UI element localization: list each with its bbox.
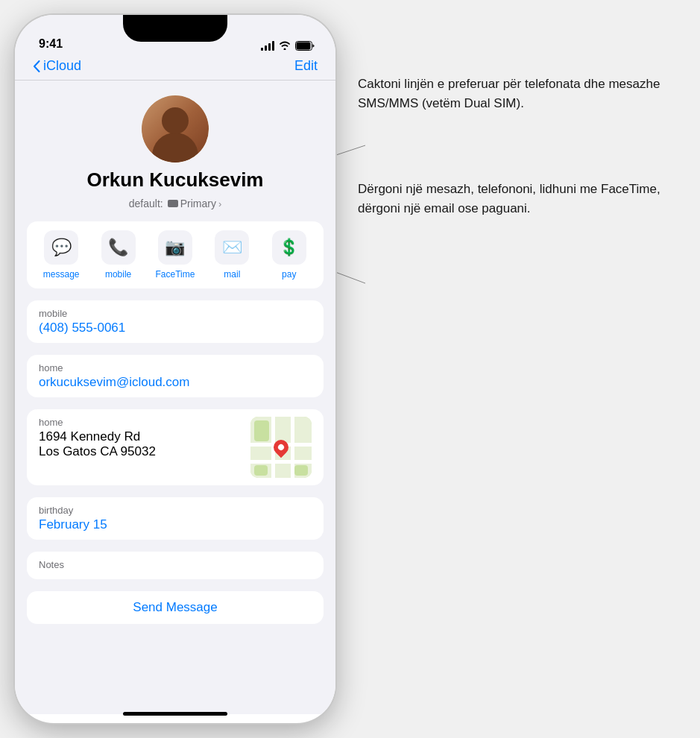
edit-button[interactable]: Edit [294, 58, 318, 74]
birthday-label: birthday [39, 505, 312, 516]
contact-content: Orkun Kucuksevim default: Primary › 💬 me… [15, 81, 335, 714]
svg-rect-4 [297, 42, 311, 49]
back-label: iCloud [43, 58, 81, 74]
send-message-button[interactable]: Send Message [133, 600, 217, 614]
svg-line-1 [335, 272, 365, 283]
wifi-icon [279, 41, 291, 50]
address-line1: 1694 Kennedy Rd [39, 429, 242, 444]
email-value[interactable]: orkucuksevim@icloud.com [39, 375, 312, 390]
phone-value[interactable]: (408) 555-0061 [39, 321, 312, 335]
address-section: home 1694 Kennedy Rd Los Gatos CA 95032 [27, 409, 324, 485]
facetime-button[interactable]: 📷 FaceTime [153, 230, 198, 280]
chevron-right-icon: › [218, 198, 221, 209]
birthday-section: birthday February 15 [27, 497, 324, 540]
annotation-bottom: Dërgoni një mesazh, telefononi, lidhuni … [358, 180, 678, 218]
contact-default-line: default: Primary › [129, 198, 222, 209]
address-text: home 1694 Kennedy Rd Los Gatos CA 95032 [39, 417, 242, 459]
birthday-row[interactable]: birthday February 15 [27, 497, 324, 540]
contact-header: Orkun Kucuksevim default: Primary › [15, 81, 335, 221]
address-label: home [39, 417, 242, 428]
notes-row: Notes [27, 552, 324, 579]
notes-section: Notes [27, 552, 324, 579]
default-value: Primary [180, 198, 216, 209]
email-label: home [39, 362, 312, 373]
default-label: default: [129, 198, 163, 209]
address-row[interactable]: home 1694 Kennedy Rd Los Gatos CA 95032 [27, 409, 324, 485]
bottom-action-section[interactable]: Send Message [27, 591, 324, 624]
sim-icon [168, 200, 178, 207]
map-thumbnail[interactable] [250, 417, 312, 478]
facetime-icon: 📷 [158, 230, 192, 265]
status-icons [261, 40, 315, 51]
mobile-label: mobile [105, 269, 131, 280]
mail-label: mail [224, 269, 240, 280]
home-indicator [123, 712, 227, 716]
message-button[interactable]: 💬 message [39, 230, 83, 280]
phone-row[interactable]: mobile (408) 555-0061 [27, 300, 324, 343]
contact-name: Orkun Kucuksevim [87, 168, 264, 192]
message-icon: 💬 [44, 230, 78, 265]
back-button[interactable]: iCloud [33, 58, 81, 74]
phone-label: mobile [39, 308, 312, 319]
phone-device: 9:41 [15, 15, 335, 723]
pay-icon: 💲 [272, 230, 306, 265]
address-line2: Los Gatos CA 95032 [39, 444, 242, 459]
email-section: home orkucuksevim@icloud.com [27, 355, 324, 397]
status-time: 9:41 [36, 37, 63, 51]
pay-button[interactable]: 💲 pay [267, 230, 312, 280]
phone-notch [123, 15, 227, 42]
annotation-top-text: Caktoni linjën e preferuar për telefonat… [358, 75, 678, 113]
facetime-label: FaceTime [156, 269, 195, 280]
annotations: Caktoni linjën e preferuar për telefonat… [358, 75, 678, 255]
email-row[interactable]: home orkucuksevim@icloud.com [27, 355, 324, 397]
default-badge[interactable]: Primary › [168, 198, 222, 209]
pay-label: pay [282, 269, 296, 280]
phone-section: mobile (408) 555-0061 [27, 300, 324, 343]
annotation-top: Caktoni linjën e preferuar për telefonat… [358, 75, 678, 113]
birthday-value[interactable]: February 15 [39, 517, 312, 532]
battery-icon [295, 41, 315, 51]
action-buttons-row: 💬 message 📞 mobile 📷 FaceTime ✉️ mail 💲 [27, 221, 324, 288]
mobile-button[interactable]: 📞 mobile [96, 230, 141, 280]
navigation-bar: iCloud Edit [15, 55, 335, 81]
annotation-bottom-text: Dërgoni një mesazh, telefononi, lidhuni … [358, 180, 678, 218]
message-label: message [43, 269, 80, 280]
signal-icon [261, 40, 274, 51]
mail-icon: ✉️ [215, 230, 249, 265]
notes-label: Notes [39, 559, 312, 570]
phone-icon: 📞 [101, 230, 136, 265]
mail-button[interactable]: ✉️ mail [209, 230, 254, 280]
avatar [142, 95, 209, 163]
